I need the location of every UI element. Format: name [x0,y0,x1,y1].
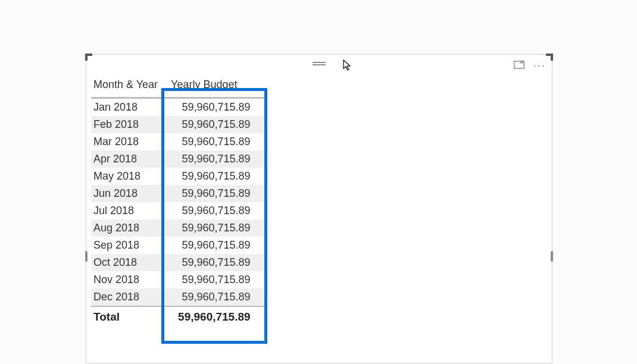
cell-month: Feb 2018 [91,116,164,133]
cell-month: Oct 2018 [91,254,164,271]
cell-budget: 59,960,715.89 [164,150,266,168]
cell-budget: 59,960,715.89 [164,185,266,202]
table-row[interactable]: Jan 201859,960,715.89 [91,98,266,117]
cell-month: Jul 2018 [91,202,164,219]
cell-budget: 59,960,715.89 [164,168,266,185]
cell-budget: 59,960,715.89 [164,288,266,306]
cell-month: Aug 2018 [91,219,164,237]
cell-month: Apr 2018 [91,150,164,168]
mouse-cursor-icon [343,59,352,74]
table-row[interactable]: Sep 201859,960,715.89 [91,237,266,254]
table-row[interactable]: Mar 201859,960,715.89 [91,133,266,150]
selection-handle-mid-right[interactable] [551,251,553,262]
total-value: 59,960,715.89 [164,306,266,328]
table-row[interactable]: Feb 201859,960,715.89 [91,116,266,133]
table-visual[interactable]: ··· Month & Year Yearly Budget Jan 20185… [86,54,552,363]
cell-month: May 2018 [91,168,164,185]
table-row[interactable]: Apr 201859,960,715.89 [91,150,266,168]
cell-month: Sep 2018 [91,237,164,254]
total-label: Total [91,306,164,328]
focus-mode-icon[interactable] [514,61,524,71]
table-row[interactable]: Nov 201859,960,715.89 [91,271,266,288]
cell-budget: 59,960,715.89 [164,271,266,288]
table-row[interactable]: Oct 201859,960,715.89 [91,254,266,271]
cell-month: Nov 2018 [91,271,164,288]
column-header-month[interactable]: Month & Year [91,75,164,98]
table-row[interactable]: Dec 201859,960,715.89 [91,288,266,306]
table-row-total: Total59,960,715.89 [91,306,266,328]
cell-budget: 59,960,715.89 [164,116,266,133]
canvas: ··· Month & Year Yearly Budget Jan 20185… [0,0,637,364]
visual-header: ··· [86,57,552,70]
table-row[interactable]: Aug 201859,960,715.89 [91,219,266,237]
table-row[interactable]: May 201859,960,715.89 [91,168,266,185]
drag-grip-icon[interactable] [313,61,326,67]
cell-month: Dec 2018 [91,288,164,306]
table-row[interactable]: Jul 201859,960,715.89 [91,202,266,219]
cell-budget: 59,960,715.89 [164,237,266,254]
more-options-icon[interactable]: ··· [533,59,546,72]
cell-budget: 59,960,715.89 [164,202,266,219]
cell-budget: 59,960,715.89 [164,254,266,271]
cell-budget: 59,960,715.89 [164,219,266,237]
data-table: Month & Year Yearly Budget Jan 201859,96… [91,75,266,328]
selection-handle-mid-left[interactable] [85,251,88,262]
cell-month: Jan 2018 [91,98,164,117]
column-header-budget[interactable]: Yearly Budget [164,75,266,98]
cell-budget: 59,960,715.89 [164,133,266,150]
table-header-row: Month & Year Yearly Budget [91,75,266,98]
table-row[interactable]: Jun 201859,960,715.89 [91,185,266,202]
cell-budget: 59,960,715.89 [164,98,266,117]
cell-month: Mar 2018 [91,133,164,150]
cell-month: Jun 2018 [91,185,164,202]
